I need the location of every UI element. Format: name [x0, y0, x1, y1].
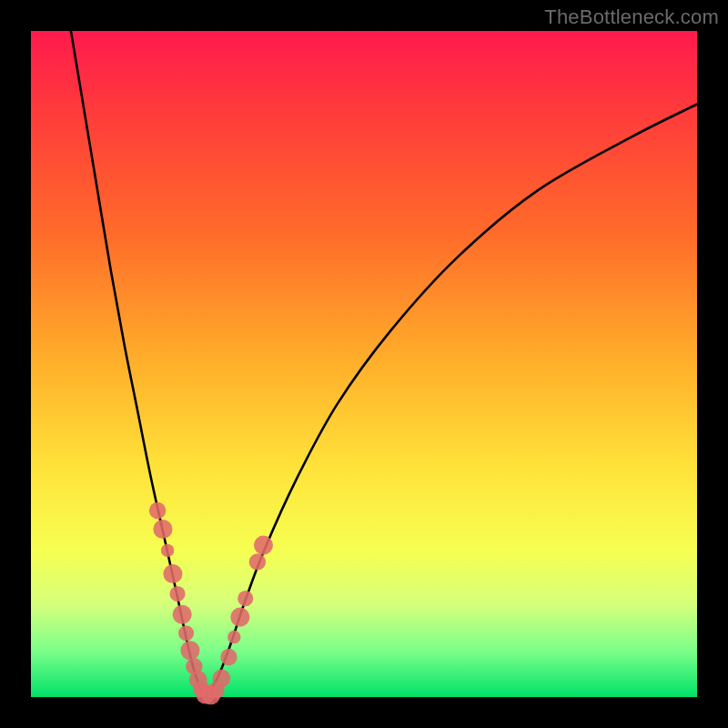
scatter-points	[149, 502, 273, 705]
scatter-dot	[249, 553, 266, 570]
scatter-dot	[178, 625, 194, 641]
scatter-dot	[230, 608, 249, 627]
chart-plot-area	[31, 31, 697, 697]
scatter-dot	[254, 536, 273, 555]
chart-svg	[31, 31, 697, 697]
chart-frame: TheBottleneck.com	[0, 0, 728, 728]
curve-right	[204, 105, 697, 697]
scatter-dot	[163, 564, 182, 583]
scatter-dot	[238, 591, 253, 606]
scatter-dot	[228, 631, 241, 644]
scatter-dot	[161, 544, 175, 558]
scatter-dot	[212, 670, 230, 688]
scatter-dot	[173, 605, 192, 624]
scatter-dot	[153, 520, 172, 539]
scatter-dot	[169, 586, 185, 602]
scatter-dot	[149, 502, 166, 519]
scatter-dot	[180, 641, 199, 660]
watermark-text: TheBottleneck.com	[544, 5, 719, 29]
scatter-dot	[220, 649, 237, 665]
